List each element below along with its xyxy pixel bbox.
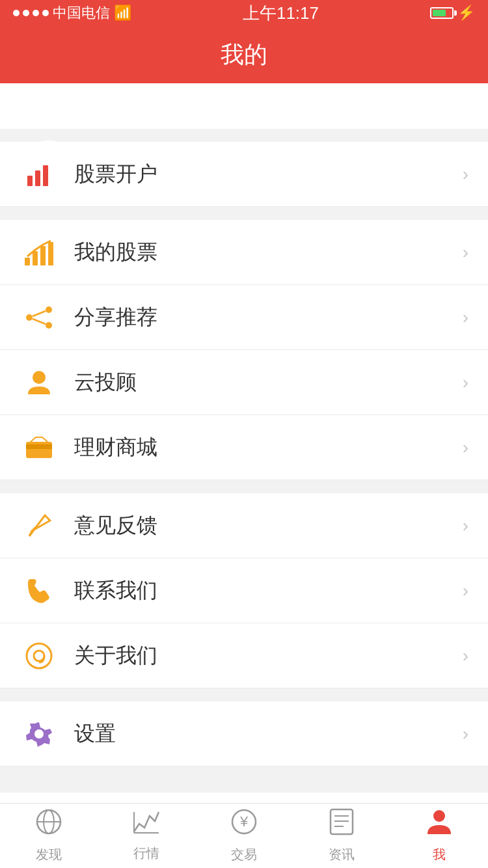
advisor-icon — [20, 363, 59, 402]
chevron-icon: › — [463, 515, 468, 536]
trade-icon: ¥ — [230, 808, 258, 842]
menu-item-cloud-advisor[interactable]: 云投顾 › — [0, 350, 488, 415]
my-stocks-label: 我的股票 — [74, 238, 463, 267]
settings-label: 设置 — [74, 720, 463, 748]
chevron-icon: › — [463, 307, 468, 328]
svg-rect-4 — [33, 251, 38, 265]
wealth-mall-label: 理财商城 — [74, 433, 463, 462]
battery-icon — [430, 7, 454, 19]
cloud-advisor-label: 云投顾 — [74, 368, 463, 397]
section-divider-4 — [0, 688, 488, 701]
tab-discover[interactable]: 发现 — [0, 804, 98, 868]
tab-news[interactable]: 资讯 — [293, 804, 390, 868]
carrier-label: 中国电信 — [53, 3, 110, 23]
svg-rect-13 — [26, 442, 52, 458]
menu-item-stock-open[interactable]: 股票开户 › — [0, 142, 488, 207]
me-icon — [426, 808, 452, 842]
avatar-area — [0, 83, 488, 129]
svg-rect-3 — [25, 258, 30, 265]
at-icon — [20, 636, 59, 675]
phone-icon — [20, 571, 59, 610]
signal-dots — [13, 10, 49, 16]
svg-point-9 — [26, 314, 33, 321]
section-divider-3 — [0, 480, 488, 493]
settings-icon — [20, 714, 59, 753]
svg-point-30 — [433, 810, 445, 822]
status-left: 中国电信 📶 — [13, 3, 131, 23]
tab-market[interactable]: 行情 — [98, 804, 195, 868]
tab-bar: 发现 行情 ¥ 交易 资讯 — [0, 803, 488, 868]
svg-point-18 — [34, 729, 44, 739]
menu-item-about-us[interactable]: 关于我们 › — [0, 623, 488, 688]
svg-line-15 — [32, 527, 36, 531]
section-divider-2 — [0, 207, 488, 220]
tab-news-label: 资讯 — [329, 846, 355, 863]
svg-point-16 — [27, 644, 51, 668]
nav-title: 我的 — [221, 39, 267, 71]
wifi-icon: 📶 — [114, 5, 131, 21]
svg-line-10 — [33, 311, 46, 316]
section-divider-1 — [0, 129, 488, 142]
chevron-icon: › — [463, 645, 468, 666]
status-right: ⚡ — [430, 5, 475, 21]
tab-me[interactable]: 我 — [390, 804, 488, 868]
about-us-label: 关于我们 — [74, 642, 463, 670]
share-icon — [20, 298, 59, 337]
market-icon — [133, 809, 160, 841]
my-stocks-icon — [20, 233, 59, 272]
chevron-icon: › — [463, 580, 468, 601]
chevron-icon: › — [463, 242, 468, 263]
svg-line-11 — [33, 319, 46, 324]
tab-trade-label: 交易 — [231, 846, 257, 863]
feedback-icon — [20, 506, 59, 545]
feedback-label: 意见反馈 — [74, 511, 463, 540]
menu-item-settings[interactable]: 设置 › — [0, 701, 488, 766]
tab-me-label: 我 — [433, 846, 446, 863]
time-display: 上午11:17 — [243, 2, 319, 25]
status-bar: 中国电信 📶 上午11:17 ⚡ — [0, 0, 488, 26]
news-icon — [329, 808, 354, 842]
svg-point-12 — [33, 371, 46, 384]
nav-bar: 我的 — [0, 26, 488, 83]
stock-open-icon — [20, 155, 59, 194]
svg-text:¥: ¥ — [239, 813, 249, 830]
wealth-mall-icon — [20, 428, 59, 467]
svg-rect-0 — [27, 176, 33, 186]
svg-rect-2 — [43, 165, 48, 186]
svg-rect-1 — [35, 170, 40, 186]
menu-item-wealth-mall[interactable]: 理财商城 › — [0, 415, 488, 480]
menu-item-share-recommend[interactable]: 分享推荐 › — [0, 285, 488, 350]
contact-us-label: 联系我们 — [74, 576, 463, 605]
menu-section-4: 设置 › — [0, 701, 488, 766]
share-recommend-label: 分享推荐 — [74, 303, 463, 332]
menu-section-2: 我的股票 › 分享推荐 › 云投顾 › — [0, 220, 488, 480]
chevron-icon: › — [463, 724, 468, 744]
menu-item-feedback[interactable]: 意见反馈 › — [0, 493, 488, 558]
tab-discover-label: 发现 — [36, 846, 62, 863]
tab-trade[interactable]: ¥ 交易 — [195, 804, 293, 868]
svg-rect-6 — [48, 242, 53, 265]
chevron-icon: › — [463, 437, 468, 458]
menu-section-3: 意见反馈 › 联系我们 › 关于我们 › — [0, 493, 488, 688]
discover-icon — [35, 808, 62, 842]
svg-rect-14 — [26, 444, 52, 449]
svg-rect-5 — [40, 246, 46, 265]
stock-open-label: 股票开户 — [74, 160, 463, 189]
svg-point-8 — [46, 322, 52, 329]
chevron-icon: › — [463, 372, 468, 393]
section-divider-5 — [0, 766, 488, 780]
menu-section-1: 股票开户 › — [0, 142, 488, 207]
svg-point-7 — [46, 306, 52, 313]
chevron-icon: › — [463, 164, 468, 185]
charging-icon: ⚡ — [457, 5, 475, 21]
menu-item-contact-us[interactable]: 联系我们 › — [0, 558, 488, 623]
tab-market-label: 行情 — [133, 845, 159, 862]
menu-item-my-stocks[interactable]: 我的股票 › — [0, 220, 488, 285]
